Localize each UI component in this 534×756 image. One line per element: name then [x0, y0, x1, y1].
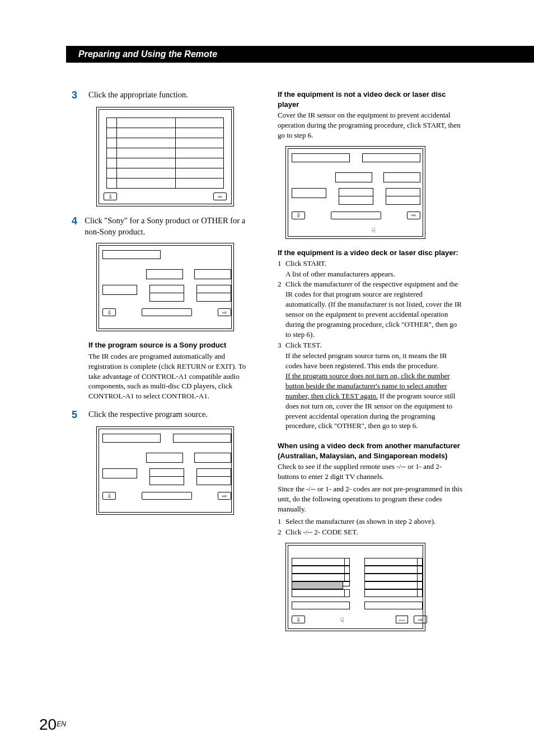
aus-paragraph-1: Check to see if the supplied remote uses… [278, 462, 463, 482]
step-text: Click "Sony" for a Sony product or OTHER… [85, 215, 257, 237]
sony-paragraph: The IR codes are programed automatically… [88, 351, 257, 402]
manufacturer-list-left [292, 558, 350, 609]
return-icon: ⇩ [102, 308, 116, 316]
return-icon: ⇩ [102, 492, 116, 500]
two-column-body: 3 Click the appropriate function. [72, 90, 463, 640]
nonvideo-heading: If the equipment is not a video deck or … [278, 90, 463, 109]
figure-step3: ⇩ ⇨ [96, 107, 234, 206]
next-icon: ⇨ [213, 192, 227, 200]
figure-codeset: ⇩ — ⇨ ☟ [285, 543, 425, 631]
list-text: Click the manufacturer of the respective… [285, 279, 463, 340]
left-column: 3 Click the appropriate function. [72, 90, 257, 640]
list-number: 1 [278, 516, 285, 527]
manual-page: Preparing and Using the Remote 3 Click t… [0, 0, 534, 756]
video-list: 1Click START. A list of other manufactur… [278, 259, 463, 431]
right-column: If the equipment is not a video deck or … [278, 90, 463, 640]
step-number: 4 [72, 215, 85, 237]
center-button [331, 212, 381, 219]
step-number: 3 [72, 90, 88, 101]
figure-step4: ⇩ ⇨ [96, 243, 234, 331]
aus-paragraph-2: Since the -/-- or 1- and 2- codes are no… [278, 484, 463, 514]
list-text: Click TEST. [285, 340, 463, 350]
step-3: 3 Click the appropriate function. [72, 90, 257, 101]
page-number-value: 20 [39, 716, 57, 733]
list-text: Click START. [285, 259, 463, 269]
cursor-icon: ☟ [340, 616, 344, 625]
cursor-icon: ☟ [371, 226, 376, 235]
step-text: Click the appropriate function. [88, 90, 188, 101]
step-number: 5 [72, 409, 88, 421]
dialog-title-box [102, 250, 161, 259]
next-icon: ⇨ [407, 212, 420, 219]
next-icon: ⇨ [414, 616, 427, 623]
figure-inner: ⇩ ⇨ ☟ [288, 148, 423, 237]
page-lang: EN [57, 720, 66, 728]
figure-inner: ⇩ — ⇨ ☟ [288, 545, 423, 629]
next-icon: ⇨ [218, 308, 231, 316]
step-5: 5 Click the respective program source. [72, 409, 257, 421]
figure-inner: ⇩ ⇨ [99, 109, 232, 204]
list-subtext: If the selected program source turns on,… [285, 351, 463, 371]
section-header-bar: Preparing and Using the Remote [66, 46, 534, 63]
aus-heading: When using a video deck from another man… [278, 441, 463, 461]
figure-step5: ⇩ ⇨ [96, 426, 234, 515]
figure-nonvideo: ⇩ ⇨ ☟ [285, 146, 425, 239]
page-number: 20EN [39, 716, 66, 734]
sony-product-block: If the program source is a Sony product … [88, 340, 257, 401]
list-subtext-underline: If the program source does not turn on, … [285, 371, 463, 431]
list-number: 2 [278, 279, 285, 340]
next-icon: ⇨ [218, 492, 231, 500]
nonvideo-paragraph: Cover the IR sensor on the equipment to … [278, 110, 463, 140]
list-number: 1 [278, 259, 285, 269]
manufacturer-list-right [364, 558, 423, 609]
step-text: Click the respective program source. [88, 409, 208, 421]
return-icon: ⇩ [292, 616, 305, 623]
figure-inner: ⇩ ⇨ [99, 245, 232, 329]
list-number: 3 [278, 340, 285, 350]
list-subtext: A list of other manufacturers appears. [285, 269, 463, 279]
figure-inner: ⇩ ⇨ [99, 429, 232, 513]
list-text: Select the manufacturer (as shown in ste… [285, 516, 463, 527]
section-title: Preparing and Using the Remote [78, 49, 217, 59]
video-heading: If the equipment is a video deck or lase… [278, 248, 463, 258]
return-icon: ⇩ [292, 212, 305, 219]
list-number: 2 [278, 527, 285, 537]
center-button [142, 308, 192, 316]
sony-heading: If the program source is a Sony product [88, 340, 257, 350]
aus-list: 1Select the manufacturer (as shown in st… [278, 516, 463, 537]
step-4: 4 Click "Sony" for a Sony product or OTH… [72, 215, 257, 237]
return-icon: ⇩ [104, 192, 117, 200]
center-button [142, 492, 192, 500]
minus-icon: — [396, 616, 408, 623]
list-text: Click -/-- 2- CODE SET. [285, 527, 463, 537]
function-grid [106, 118, 224, 189]
